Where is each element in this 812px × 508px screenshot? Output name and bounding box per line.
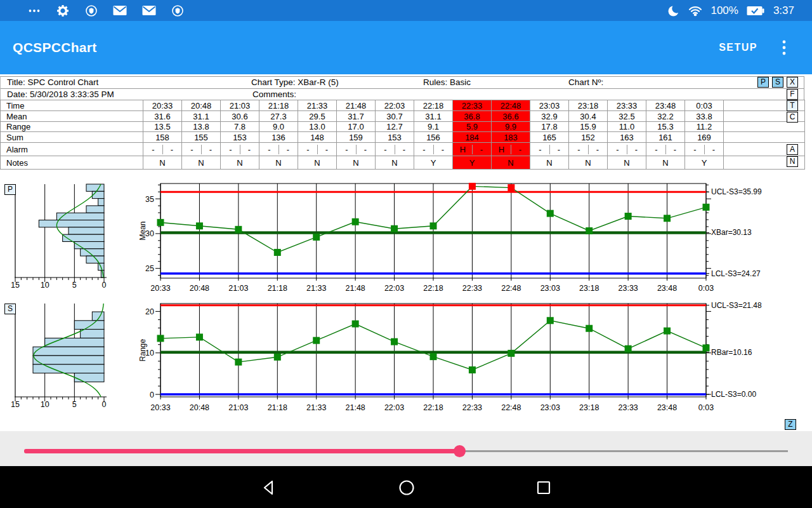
slider-thumb[interactable]: [454, 445, 466, 457]
x-tick-label: 20:48: [190, 403, 209, 412]
x-tick-label: 23:18: [579, 403, 599, 412]
data-point[interactable]: [313, 234, 320, 241]
data-point[interactable]: [664, 215, 671, 222]
hist-tick-label: 15: [11, 400, 20, 409]
x-tick-label: 22:33: [462, 284, 482, 293]
screen: 100% 3:37 QCSPCChart SETUP Title: SPC Co…: [0, 0, 812, 508]
data-point[interactable]: [391, 338, 398, 345]
panel-button-x[interactable]: X: [787, 77, 798, 88]
x-tick-label: 23:48: [657, 403, 677, 412]
data-point[interactable]: [547, 210, 554, 217]
panel-button-c[interactable]: C: [787, 112, 798, 123]
data-point[interactable]: [157, 219, 164, 226]
histogram-p[interactable]: 151050: [11, 184, 107, 290]
data-point[interactable]: [235, 359, 242, 366]
hist-tick-label: 5: [72, 400, 77, 409]
histogram-bar: [69, 227, 104, 234]
x-tick-label: 23:03: [540, 403, 560, 412]
histogram-bar: [98, 199, 104, 206]
data-point[interactable]: [196, 333, 203, 340]
control-line-label: RBar=10.16: [711, 348, 752, 357]
y-tick-label: 35: [145, 195, 154, 204]
control-line-label: UCL-S3=21.48: [711, 301, 762, 310]
histogram-bar: [74, 321, 104, 330]
data-point[interactable]: [586, 325, 593, 332]
x-tick-label: 0:03: [698, 403, 714, 412]
y-axis-title: Mean: [138, 221, 147, 240]
range-control-chart[interactable]: 20:3320:4821:0321:1821:3321:4822:0322:18…: [138, 301, 762, 412]
data-point[interactable]: [508, 350, 514, 357]
y-tick-label: 25: [145, 264, 154, 273]
hist-tick-label: 10: [41, 400, 49, 409]
data-point[interactable]: [352, 218, 359, 225]
x-tick-label: 23:48: [657, 284, 677, 293]
panel-button-f[interactable]: F: [787, 89, 798, 100]
data-point[interactable]: [664, 328, 671, 335]
x-tick-label: 23:33: [619, 284, 638, 293]
back-button[interactable]: [261, 479, 278, 497]
y-axis-title: Range: [138, 339, 147, 362]
x-tick-label: 22:03: [384, 284, 404, 293]
x-tick-label: 21:48: [346, 403, 365, 412]
data-point[interactable]: [352, 321, 359, 328]
panel-button-hist_s[interactable]: S: [4, 304, 16, 314]
x-tick-label: 20:48: [190, 284, 209, 293]
y-tick-label: 20: [145, 307, 154, 316]
x-tick-label: 21:48: [346, 284, 365, 293]
data-point[interactable]: [430, 222, 437, 229]
histogram-bar: [63, 234, 104, 241]
histogram-bar: [33, 347, 104, 356]
data-point-alarm[interactable]: [469, 183, 476, 190]
control-line-label: UCL-S3=35.99: [711, 187, 762, 196]
panel-button-a[interactable]: A: [787, 144, 798, 155]
histogram-bar: [92, 191, 104, 198]
data-point-alarm[interactable]: [508, 184, 514, 191]
home-button[interactable]: [398, 479, 416, 497]
data-point[interactable]: [274, 249, 281, 256]
data-point[interactable]: [157, 335, 164, 342]
recents-button[interactable]: [535, 479, 553, 497]
data-point[interactable]: [625, 345, 632, 352]
data-point[interactable]: [703, 204, 710, 211]
x-tick-label: 22:18: [423, 284, 443, 293]
data-point[interactable]: [313, 337, 320, 344]
x-tick-label: 23:33: [619, 403, 638, 412]
data-point[interactable]: [430, 353, 437, 360]
hist-tick-label: 0: [102, 400, 107, 409]
x-tick-label: 22:48: [501, 284, 521, 293]
histogram-bar: [86, 256, 104, 263]
x-tick-label: 22:33: [462, 403, 482, 412]
data-point[interactable]: [625, 213, 632, 220]
xbar-control-chart[interactable]: 20:3320:4821:0321:1821:3321:4822:0322:18…: [138, 183, 762, 293]
hist-tick-label: 15: [11, 281, 20, 290]
hist-tick-label: 5: [72, 281, 77, 290]
y-tick-label: 0: [150, 391, 154, 399]
x-tick-label: 23:18: [579, 284, 599, 293]
histogram-s[interactable]: 151050: [11, 304, 107, 409]
android-nav-bar: [0, 466, 812, 508]
panel-button-n[interactable]: N: [787, 156, 798, 167]
slider-fill: [24, 449, 459, 453]
panel-button-t[interactable]: T: [787, 100, 798, 111]
panel-button-z[interactable]: Z: [785, 419, 796, 430]
data-point[interactable]: [547, 317, 554, 324]
data-point[interactable]: [196, 222, 203, 229]
x-tick-label: 22:18: [423, 403, 443, 412]
control-line-label: LCL-S3=24.27: [711, 269, 761, 278]
data-point[interactable]: [235, 226, 242, 233]
data-point[interactable]: [274, 354, 281, 361]
x-tick-label: 0:03: [698, 284, 714, 293]
data-point[interactable]: [391, 225, 398, 232]
panel-button-s[interactable]: S: [772, 77, 783, 88]
panel-button-p[interactable]: P: [757, 77, 769, 88]
x-tick-label: 21:18: [268, 284, 287, 293]
panel-button-hist_p[interactable]: P: [4, 184, 16, 195]
x-tick-label: 21:33: [306, 284, 326, 293]
data-point[interactable]: [469, 366, 476, 373]
histogram-bar: [81, 330, 104, 338]
x-tick-label: 21:03: [228, 284, 248, 293]
data-point[interactable]: [703, 344, 710, 351]
histogram-bar: [74, 373, 104, 382]
control-line-label: LCL-S3=0.00: [711, 390, 756, 399]
data-point[interactable]: [586, 227, 593, 234]
